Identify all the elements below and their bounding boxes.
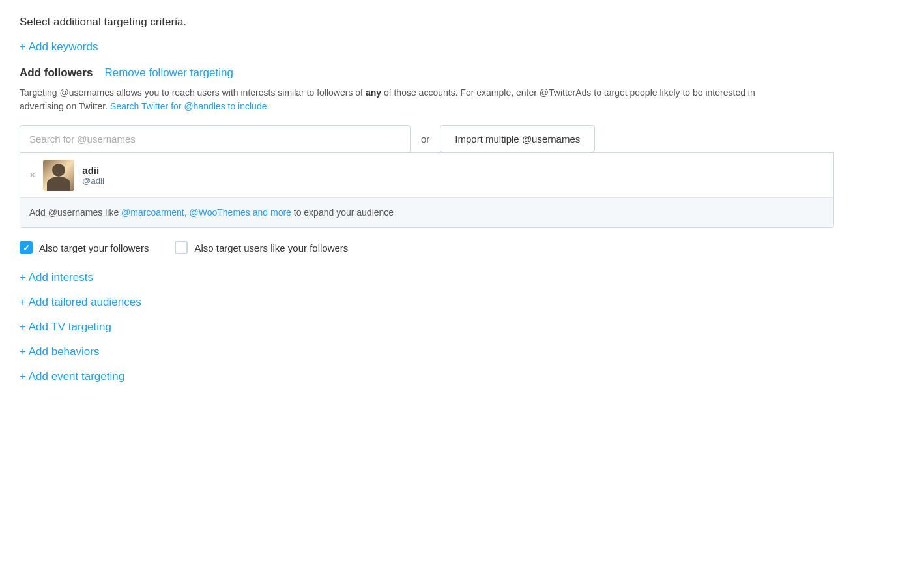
page-title: Select additional targeting criteria. xyxy=(20,16,904,29)
add-behaviors-link[interactable]: + Add behaviors xyxy=(20,345,904,358)
add-event-targeting-link[interactable]: + Add event targeting xyxy=(20,370,904,383)
add-tailored-audiences-link[interactable]: + Add tailored audiences xyxy=(20,296,904,309)
user-display-name: adii xyxy=(82,165,104,176)
add-keywords-link[interactable]: + Add keywords xyxy=(20,40,98,53)
suggestion-row: Add @usernames like @marcoarment, @WooTh… xyxy=(20,198,833,227)
suggestion-handles-link[interactable]: @marcoarment, @WooThemes and more xyxy=(121,207,291,218)
add-tv-targeting-link[interactable]: + Add TV targeting xyxy=(20,321,904,334)
also-target-followers-label: Also target your followers xyxy=(39,242,149,253)
like-followers-checkbox-unchecked[interactable] xyxy=(175,241,188,254)
add-interests-link[interactable]: + Add interests xyxy=(20,271,904,284)
search-twitter-link[interactable]: Search Twitter for @handles to include. xyxy=(110,101,269,111)
remove-user-x[interactable]: × xyxy=(29,170,35,180)
user-handle: @adii xyxy=(82,176,104,186)
also-target-like-followers-checkbox-item[interactable]: Also target users like your followers xyxy=(175,241,348,254)
or-label: or xyxy=(421,134,429,145)
avatar xyxy=(43,160,74,191)
add-followers-title: Add followers xyxy=(20,66,93,79)
also-target-followers-checkbox-item[interactable]: Also target your followers xyxy=(20,241,149,254)
remove-follower-targeting-link[interactable]: Remove follower targeting xyxy=(104,66,233,79)
username-search-input[interactable] xyxy=(20,125,411,152)
followers-description: Targeting @usernames allows you to reach… xyxy=(20,86,801,113)
import-multiple-button[interactable]: Import multiple @usernames xyxy=(440,125,595,152)
also-target-like-label: Also target users like your followers xyxy=(194,242,348,253)
selected-user-row: × adii @adii xyxy=(20,153,833,198)
followers-checkbox-checked[interactable] xyxy=(20,241,33,254)
